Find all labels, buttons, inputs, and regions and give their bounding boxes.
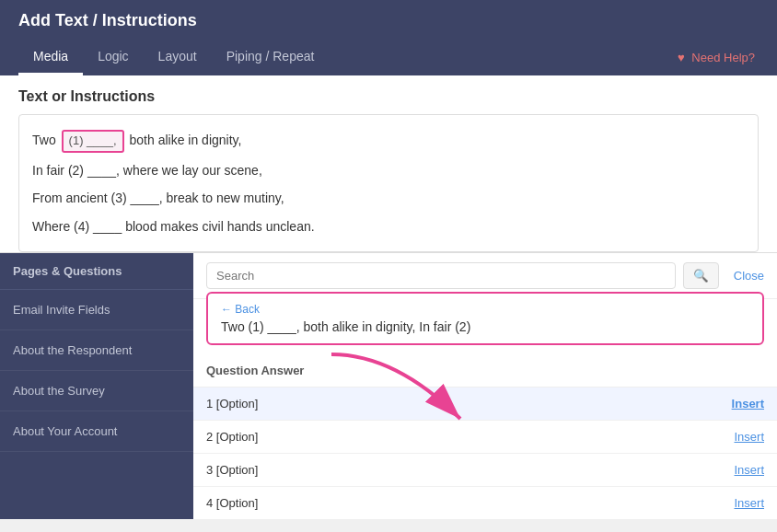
table-row: 2 [Option] Insert: [193, 421, 777, 454]
inline-box-1[interactable]: (1) ____,: [62, 130, 124, 153]
sidebar-item-about-account[interactable]: About Your Account: [0, 411, 193, 452]
sidebar-item-about-respondent[interactable]: About the Respondent: [0, 330, 193, 371]
table-row: 4 [Option] Insert: [193, 487, 777, 519]
text-line-1: Two (1) ____, both alike in dignity,: [32, 126, 745, 156]
heart-icon: ♥: [678, 51, 685, 64]
option-label-3: 3 [Option]: [206, 463, 258, 477]
sidebar-item-email-invite-fields[interactable]: Email Invite Fields: [0, 290, 193, 330]
tab-media[interactable]: Media: [18, 40, 83, 75]
tab-layout[interactable]: Layout: [144, 40, 212, 75]
text-line-2: In fair (2) ____, where we lay our scene…: [32, 156, 745, 184]
bottom-panel: Pages & Questions Email Invite Fields Ab…: [0, 252, 777, 519]
text-prefix-1: Two: [32, 133, 60, 147]
text-line-3: From ancient (3) ____, break to new muti…: [32, 184, 745, 212]
right-panel: 🔍 Close ← Back Two (1) ____, both alike …: [193, 253, 777, 519]
close-button[interactable]: Close: [734, 269, 764, 283]
sidebar-header: Pages & Questions: [0, 253, 193, 290]
header-tabs: Media Logic Layout Piping / Repeat ♥ Nee…: [18, 40, 759, 75]
insert-button-1[interactable]: Insert: [732, 397, 764, 411]
sidebar-item-about-survey[interactable]: About the Survey: [0, 371, 193, 411]
callout-text: Two (1) ____, both alike in dignity, In …: [221, 319, 749, 334]
text-editor[interactable]: Two (1) ____, both alike in dignity, In …: [18, 114, 759, 252]
page-title: Add Text / Instructions: [18, 11, 759, 40]
tab-piping-repeat[interactable]: Piping / Repeat: [212, 40, 330, 75]
section-title: Text or Instructions: [0, 75, 777, 114]
text-line-4: Where (4) ____ blood makes civil hands u…: [32, 213, 745, 240]
search-icon: 🔍: [693, 269, 709, 283]
table-row: 1 [Option] Insert: [193, 387, 777, 421]
header: Add Text / Instructions Media Logic Layo…: [0, 0, 777, 75]
callout-back-button[interactable]: ← Back: [221, 303, 749, 316]
insert-button-2[interactable]: Insert: [734, 430, 764, 444]
insert-button-3[interactable]: Insert: [734, 463, 764, 477]
search-input[interactable]: [206, 262, 676, 289]
tab-logic[interactable]: Logic: [83, 40, 143, 75]
tabs-left: Media Logic Layout Piping / Repeat: [18, 40, 329, 75]
text-suffix-1: both alike in dignity,: [130, 133, 242, 147]
table-header: Question Answer: [193, 354, 777, 387]
sidebar: Pages & Questions Email Invite Fields Ab…: [0, 253, 193, 519]
option-label-1: 1 [Option]: [206, 397, 258, 411]
option-label-2: 2 [Option]: [206, 430, 258, 444]
option-label-4: 4 [Option]: [206, 496, 258, 510]
need-help-link[interactable]: ♥ Need Help?: [678, 41, 759, 74]
table-area: Question Answer 1 [Option] Insert 2 [Opt…: [193, 354, 777, 519]
table-row: 3 [Option] Insert: [193, 454, 777, 487]
main-content: Text or Instructions Two (1) ____, both …: [0, 75, 777, 519]
search-button[interactable]: 🔍: [683, 262, 719, 289]
insert-button-4[interactable]: Insert: [734, 496, 764, 510]
callout-box: ← Back Two (1) ____, both alike in digni…: [206, 292, 764, 345]
